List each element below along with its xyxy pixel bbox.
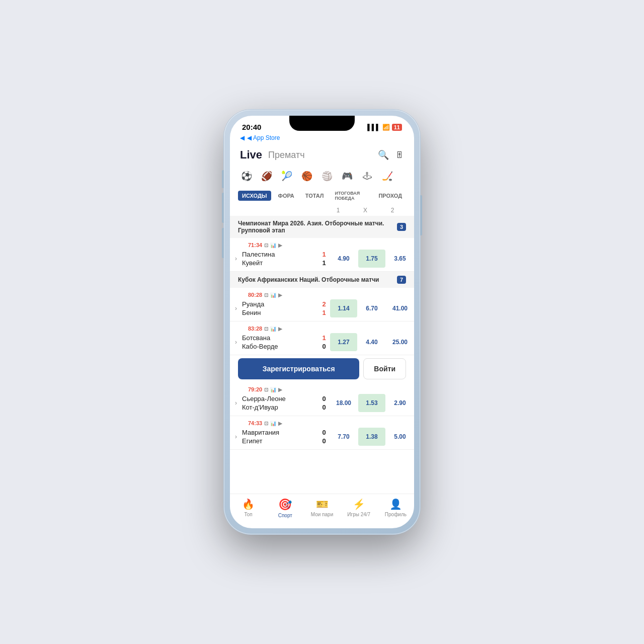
col-header-2: 2	[379, 207, 406, 214]
app-store-bar[interactable]: ◀ ◀ App Store	[230, 133, 414, 144]
team-row-2-0-0: Кувейт 1	[242, 259, 328, 267]
oddX-btn-1-0[interactable]: 6.70	[358, 299, 385, 317]
col-header-1: 1	[325, 207, 352, 214]
power-button	[420, 195, 422, 235]
team2-score-1-0: 1	[320, 309, 328, 316]
league-header-1[interactable]: Кубок Африканских Наций. Отборочные матч…	[230, 272, 414, 288]
time-icon-1-2: ⊡	[264, 387, 268, 392]
sport-icon-tennis[interactable]: 🎾	[278, 168, 295, 185]
nav-item-top[interactable]: 🔥 Топ	[230, 498, 267, 518]
match-time-1-0: 80:28	[248, 292, 262, 298]
team2-score-1-3: 0	[320, 437, 328, 445]
league-header-0[interactable]: Чемпионат Мира 2026. Азия. Отборочные ма…	[230, 216, 414, 238]
expand-btn-1-3[interactable]: ›	[230, 433, 240, 440]
nav-item-profile[interactable]: 👤 Профиль	[377, 498, 414, 518]
odds-col-0-0: 4.90 1.75 3.65	[330, 249, 414, 268]
team1-score-1-2: 0	[320, 395, 328, 403]
odd2-btn-1-1[interactable]: 25.00	[386, 333, 414, 351]
team-row-1-1-0: Руанда 2	[242, 300, 328, 308]
phone-screen: 20:40 ▌▌▌ 📶 11 ◀ ◀ App Store Live Премат…	[230, 116, 414, 528]
nav-item-bets[interactable]: 🎫 Мои пари	[303, 498, 340, 518]
match-time-row-0-0: 71:34 ⊡ 📊 ▶	[230, 241, 414, 249]
oddX-btn-1-3[interactable]: 1.38	[358, 428, 385, 446]
sport-icon: 🎯	[278, 498, 292, 511]
status-time: 20:40	[242, 123, 261, 131]
odd2-btn-1-2[interactable]: 2.90	[386, 394, 414, 412]
bets-label: Мои пари	[311, 512, 334, 517]
oddX-btn-1-2[interactable]: 1.53	[358, 394, 385, 412]
odd1-btn-1-0[interactable]: 1.14	[330, 299, 357, 317]
content-area[interactable]: Чемпионат Мира 2026. Азия. Отборочные ма…	[230, 216, 414, 494]
team2-score-0-0: 1	[320, 259, 328, 267]
nav-item-games[interactable]: ⚡ Игры 24/7	[341, 498, 377, 518]
odd1-btn-1-1[interactable]: 1.27	[330, 333, 357, 351]
filter-tab-total[interactable]: ТОТАЛ	[301, 191, 328, 201]
filter-tab-final-win[interactable]: ИТОГОВАЯ ПОБЕДА	[331, 189, 372, 203]
match-1-1: 83:28 ⊡ 📊 ▶ › Ботсвана 1 Кабо-Верде 0 1.…	[230, 321, 414, 355]
sport-icons-row: ⚽ 🏈 🎾 🏀 🏐 🎮 🕹 🏒	[230, 166, 414, 189]
expand-btn-0-0[interactable]: ›	[230, 255, 240, 262]
expand-btn-1-1[interactable]: ›	[230, 339, 240, 346]
team1-score-1-1: 1	[320, 334, 328, 342]
team1-name-1-1: Ботсвана	[242, 334, 318, 342]
filter-icon[interactable]: 🎚	[395, 150, 404, 160]
odd1-btn-1-2[interactable]: 18.00	[330, 394, 357, 412]
team1-score-1-3: 0	[320, 429, 328, 436]
stats-icon-1-0: 📊	[270, 292, 276, 298]
top-label: Топ	[244, 512, 252, 517]
sport-icon-soccer[interactable]: ⚽	[238, 168, 255, 185]
time-icon-1-1: ⊡	[264, 326, 268, 332]
games-label: Игры 24/7	[347, 512, 370, 517]
odd1-btn-0-0[interactable]: 4.90	[330, 250, 357, 268]
search-icon[interactable]: 🔍	[378, 149, 389, 160]
teams-col-1-1: Ботсвана 1 Кабо-Верде 0	[240, 334, 330, 351]
filter-tab-pass[interactable]: ПРОХОД	[374, 191, 406, 201]
match-1-0: 80:28 ⊡ 📊 ▶ › Руанда 2 Бенин 1 1.14 6.70…	[230, 288, 414, 321]
league-badge-0: 3	[397, 223, 406, 231]
odds-col-1-0: 1.14 6.70 41.00	[330, 299, 414, 318]
sport-icon-volleyball[interactable]: 🏐	[318, 168, 336, 185]
volume-up-button	[222, 193, 224, 223]
odds-col-1-3: 7.70 1.38 5.00	[330, 427, 414, 446]
match-time-row-1-3: 74:33 ⊡ 📊 ▶	[230, 419, 414, 427]
match-teams-row-1-2: › Сьерра-Леоне 0 Кот-д'Ивуар 0 18.00 1.5…	[230, 393, 414, 413]
volume-down-button	[222, 228, 224, 258]
filter-tab-outcomes[interactable]: ИСХОДЫ	[238, 191, 271, 201]
live-tab[interactable]: Live	[240, 148, 262, 162]
login-button[interactable]: Войти	[363, 358, 406, 379]
odd2-btn-1-0[interactable]: 41.00	[386, 299, 414, 317]
match-time-row-1-0: 80:28 ⊡ 📊 ▶	[230, 291, 414, 299]
oddX-btn-1-1[interactable]: 4.40	[358, 333, 385, 351]
team-row-1-0-0: Палестина 1	[242, 250, 328, 259]
expand-btn-1-0[interactable]: ›	[230, 305, 240, 312]
profile-label: Профиль	[385, 512, 407, 517]
odd1-btn-1-3[interactable]: 7.70	[330, 428, 357, 446]
sport-icon-hockey[interactable]: 🏒	[379, 168, 396, 185]
sport-icon-basketball[interactable]: 🏀	[298, 168, 315, 185]
odd2-btn-0-0[interactable]: 3.65	[386, 250, 414, 268]
team1-name-1-0: Руанда	[242, 300, 318, 308]
odd2-btn-1-3[interactable]: 5.00	[386, 428, 414, 446]
teams-col-0-0: Палестина 1 Кувейт 1	[240, 250, 330, 267]
expand-btn-1-2[interactable]: ›	[230, 399, 240, 407]
stats-icon-1-3: 📊	[270, 421, 276, 426]
nav-item-sport[interactable]: 🎯 Спорт	[267, 498, 303, 518]
sport-label: Спорт	[278, 513, 292, 518]
sport-icon-rugby[interactable]: 🏈	[258, 168, 275, 185]
teams-col-1-3: Мавритания 0 Египет 0	[240, 428, 330, 445]
filter-tab-fora[interactable]: ФОРА	[274, 191, 298, 201]
stats-icon-1-2: 📊	[270, 387, 276, 392]
app-store-label[interactable]: ◀ App Store	[247, 134, 280, 141]
team-row-2-1-0: Бенин 1	[242, 308, 328, 317]
teams-col-1-2: Сьерра-Леоне 0 Кот-д'Ивуар 0	[240, 394, 330, 412]
phone-frame: 20:40 ▌▌▌ 📶 11 ◀ ◀ App Store Live Премат…	[224, 110, 420, 534]
sport-icon-gamepad[interactable]: 🕹	[359, 168, 376, 185]
col-header-x: X	[352, 207, 379, 214]
register-button[interactable]: Зарегистрироваться	[238, 358, 359, 379]
prematch-tab[interactable]: Прематч	[268, 150, 305, 160]
oddX-btn-0-0[interactable]: 1.75	[358, 250, 385, 268]
sport-icon-esports[interactable]: 🎮	[339, 168, 356, 185]
league-name-0: Чемпионат Мира 2026. Азия. Отборочные ма…	[238, 220, 397, 234]
match-time-1-2: 79:20	[248, 386, 262, 392]
team-row-1-1-1: Ботсвана 1	[242, 334, 328, 342]
